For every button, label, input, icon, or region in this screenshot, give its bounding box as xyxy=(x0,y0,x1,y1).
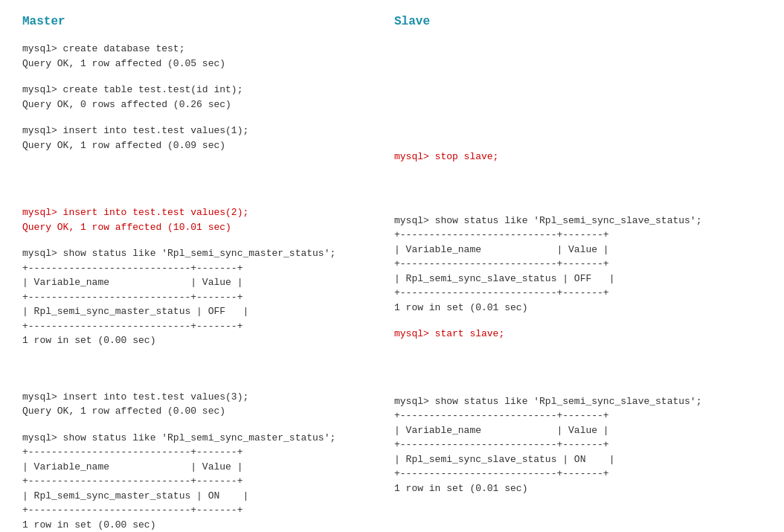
master-block-create-table: mysql> create table test.test(id int); Q… xyxy=(22,83,394,112)
master-block-insert1: mysql> insert into test.test values(1); … xyxy=(22,124,394,153)
master-block-show-status2: mysql> show status like 'Rpl_semi_sync_m… xyxy=(22,431,394,533)
slave-block-start: mysql> start slave; xyxy=(394,327,762,342)
slave-show-status2-table: +---------------------------+-------+ | … xyxy=(394,408,762,496)
master-insert1-cmd: mysql> insert into test.test values(1); … xyxy=(22,124,394,153)
master-spacer1 xyxy=(22,164,394,205)
slave-block-show-status1: mysql> show status like 'Rpl_semi_sync_s… xyxy=(394,214,762,315)
master-block-insert3: mysql> insert into test.test values(3); … xyxy=(22,390,394,419)
slave-show-status2-cmd: mysql> show status like 'Rpl_semi_sync_s… xyxy=(394,394,762,409)
master-create-db-cmd: mysql> create database test; Query OK, 1… xyxy=(22,42,394,71)
master-show-status2-cmd: mysql> show status like 'Rpl_semi_sync_m… xyxy=(22,431,394,446)
master-create-table-cmd: mysql> create table test.test(id int); Q… xyxy=(22,83,394,112)
master-block-insert2: mysql> insert into test.test values(2); … xyxy=(22,205,394,234)
master-show-status1-table: +----------------------------+-------+ |… xyxy=(22,261,394,348)
slave-title: Slave xyxy=(394,15,762,28)
slave-spacer3 xyxy=(394,353,762,394)
master-insert3-cmd: mysql> insert into test.test values(3); … xyxy=(22,390,394,419)
slave-block-show-status2: mysql> show status like 'Rpl_semi_sync_s… xyxy=(394,394,762,496)
slave-block-stop: mysql> stop slave; xyxy=(394,150,762,164)
master-title: Master xyxy=(22,15,394,28)
master-column: Master mysql> create database test; Quer… xyxy=(22,15,394,532)
slave-spacer1 xyxy=(394,42,762,150)
master-show-status2-table: +----------------------------+-------+ |… xyxy=(22,445,394,532)
slave-show-status1-table: +---------------------------+-------+ | … xyxy=(394,228,762,315)
master-spacer2 xyxy=(22,360,394,390)
master-block-create-db: mysql> create database test; Query OK, 1… xyxy=(22,42,394,71)
slave-start-cmd: mysql> start slave; xyxy=(394,327,762,342)
master-insert2-cmd: mysql> insert into test.test values(2); … xyxy=(22,205,394,234)
slave-column: Slave mysql> stop slave; mysql> show sta… xyxy=(394,15,762,532)
master-block-show-status1: mysql> show status like 'Rpl_semi_sync_m… xyxy=(22,246,394,348)
master-show-status1-cmd: mysql> show status like 'Rpl_semi_sync_m… xyxy=(22,246,394,261)
slave-show-status1-cmd: mysql> show status like 'Rpl_semi_sync_s… xyxy=(394,214,762,228)
slave-spacer2 xyxy=(394,176,762,214)
slave-stop-cmd: mysql> stop slave; xyxy=(394,150,762,164)
